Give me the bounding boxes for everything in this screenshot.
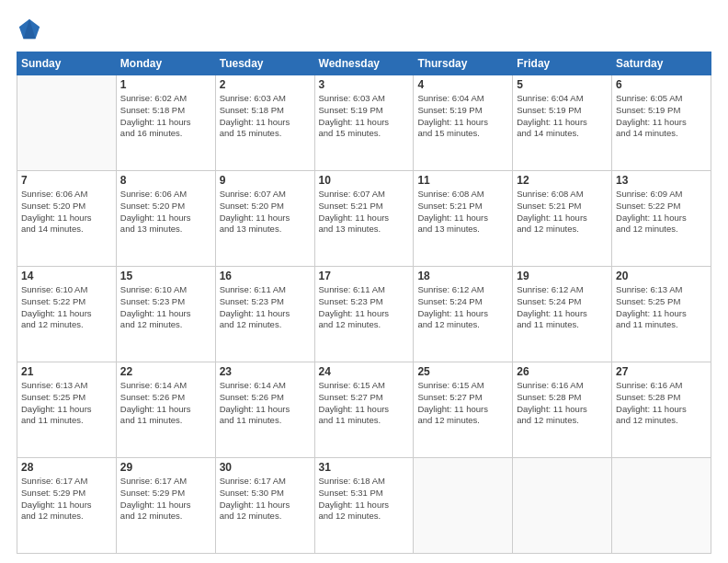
weekday-header-friday: Friday xyxy=(513,52,612,75)
calendar-cell: 29Sunrise: 6:17 AM Sunset: 5:29 PM Dayli… xyxy=(116,458,215,554)
calendar-cell xyxy=(513,458,612,554)
calendar-cell: 31Sunrise: 6:18 AM Sunset: 5:31 PM Dayli… xyxy=(314,458,414,554)
day-info: Sunrise: 6:14 AM Sunset: 5:26 PM Dayligh… xyxy=(220,380,311,427)
day-info: Sunrise: 6:08 AM Sunset: 5:21 PM Dayligh… xyxy=(417,189,508,236)
day-info: Sunrise: 6:12 AM Sunset: 5:24 PM Dayligh… xyxy=(517,284,608,331)
day-info: Sunrise: 6:06 AM Sunset: 5:20 PM Dayligh… xyxy=(21,189,112,236)
day-number: 11 xyxy=(417,174,508,187)
day-number: 20 xyxy=(616,270,707,282)
day-number: 29 xyxy=(120,461,211,474)
day-number: 9 xyxy=(220,174,311,187)
day-info: Sunrise: 6:15 AM Sunset: 5:27 PM Dayligh… xyxy=(417,380,508,427)
day-info: Sunrise: 6:07 AM Sunset: 5:21 PM Dayligh… xyxy=(319,189,410,236)
calendar-cell: 16Sunrise: 6:11 AM Sunset: 5:23 PM Dayli… xyxy=(215,267,314,362)
day-info: Sunrise: 6:10 AM Sunset: 5:23 PM Dayligh… xyxy=(120,284,211,331)
day-number: 12 xyxy=(517,174,608,187)
day-info: Sunrise: 6:04 AM Sunset: 5:19 PM Dayligh… xyxy=(517,93,608,140)
day-number: 28 xyxy=(21,461,112,474)
calendar-cell: 17Sunrise: 6:11 AM Sunset: 5:23 PM Dayli… xyxy=(314,267,414,362)
day-info: Sunrise: 6:03 AM Sunset: 5:19 PM Dayligh… xyxy=(319,93,410,140)
calendar-week-row: 1Sunrise: 6:02 AM Sunset: 5:18 PM Daylig… xyxy=(17,75,711,171)
calendar-table: SundayMondayTuesdayWednesdayThursdayFrid… xyxy=(17,52,711,554)
calendar-cell: 14Sunrise: 6:10 AM Sunset: 5:22 PM Dayli… xyxy=(17,267,117,362)
day-number: 18 xyxy=(417,270,508,282)
calendar-cell xyxy=(612,458,711,554)
day-number: 4 xyxy=(417,78,508,91)
calendar-cell: 12Sunrise: 6:08 AM Sunset: 5:21 PM Dayli… xyxy=(513,171,612,267)
calendar-cell xyxy=(414,458,513,554)
day-number: 24 xyxy=(319,365,410,378)
calendar-week-row: 7Sunrise: 6:06 AM Sunset: 5:20 PM Daylig… xyxy=(17,171,711,267)
calendar-week-row: 21Sunrise: 6:13 AM Sunset: 5:25 PM Dayli… xyxy=(17,362,711,458)
day-info: Sunrise: 6:14 AM Sunset: 5:26 PM Dayligh… xyxy=(120,380,211,427)
day-info: Sunrise: 6:12 AM Sunset: 5:24 PM Dayligh… xyxy=(417,284,508,331)
day-info: Sunrise: 6:05 AM Sunset: 5:19 PM Dayligh… xyxy=(616,93,707,140)
page-header xyxy=(17,17,711,42)
day-number: 8 xyxy=(120,174,211,187)
day-info: Sunrise: 6:03 AM Sunset: 5:18 PM Dayligh… xyxy=(220,93,311,140)
weekday-header-thursday: Thursday xyxy=(414,52,513,75)
day-info: Sunrise: 6:16 AM Sunset: 5:28 PM Dayligh… xyxy=(517,380,608,427)
calendar-cell: 20Sunrise: 6:13 AM Sunset: 5:25 PM Dayli… xyxy=(612,267,711,362)
day-number: 22 xyxy=(120,365,211,378)
day-info: Sunrise: 6:09 AM Sunset: 5:22 PM Dayligh… xyxy=(616,189,707,236)
weekday-header-saturday: Saturday xyxy=(612,52,711,75)
day-number: 10 xyxy=(319,174,410,187)
day-number: 1 xyxy=(120,78,211,91)
day-info: Sunrise: 6:11 AM Sunset: 5:23 PM Dayligh… xyxy=(220,284,311,331)
weekday-header-wednesday: Wednesday xyxy=(314,52,414,75)
day-number: 21 xyxy=(21,365,112,378)
day-number: 27 xyxy=(616,365,707,378)
weekday-header-sunday: Sunday xyxy=(17,52,117,75)
calendar-cell: 21Sunrise: 6:13 AM Sunset: 5:25 PM Dayli… xyxy=(17,362,117,458)
calendar-cell: 30Sunrise: 6:17 AM Sunset: 5:30 PM Dayli… xyxy=(215,458,314,554)
day-number: 13 xyxy=(616,174,707,187)
calendar-cell: 8Sunrise: 6:06 AM Sunset: 5:20 PM Daylig… xyxy=(116,171,215,267)
calendar-cell: 27Sunrise: 6:16 AM Sunset: 5:28 PM Dayli… xyxy=(612,362,711,458)
day-info: Sunrise: 6:10 AM Sunset: 5:22 PM Dayligh… xyxy=(21,284,112,331)
day-number: 5 xyxy=(517,78,608,91)
day-info: Sunrise: 6:15 AM Sunset: 5:27 PM Dayligh… xyxy=(319,380,410,427)
day-number: 16 xyxy=(220,270,311,282)
calendar-cell: 19Sunrise: 6:12 AM Sunset: 5:24 PM Dayli… xyxy=(513,267,612,362)
calendar-week-row: 14Sunrise: 6:10 AM Sunset: 5:22 PM Dayli… xyxy=(17,267,711,362)
day-info: Sunrise: 6:07 AM Sunset: 5:20 PM Dayligh… xyxy=(220,189,311,236)
weekday-header-monday: Monday xyxy=(116,52,215,75)
day-info: Sunrise: 6:08 AM Sunset: 5:21 PM Dayligh… xyxy=(517,189,608,236)
day-info: Sunrise: 6:17 AM Sunset: 5:30 PM Dayligh… xyxy=(220,476,311,523)
day-info: Sunrise: 6:06 AM Sunset: 5:20 PM Dayligh… xyxy=(120,189,211,236)
calendar-cell: 18Sunrise: 6:12 AM Sunset: 5:24 PM Dayli… xyxy=(414,267,513,362)
day-number: 30 xyxy=(220,461,311,474)
calendar-cell: 3Sunrise: 6:03 AM Sunset: 5:19 PM Daylig… xyxy=(314,75,414,171)
day-info: Sunrise: 6:13 AM Sunset: 5:25 PM Dayligh… xyxy=(616,284,707,331)
day-info: Sunrise: 6:18 AM Sunset: 5:31 PM Dayligh… xyxy=(319,476,410,523)
day-number: 19 xyxy=(517,270,608,282)
calendar-week-row: 28Sunrise: 6:17 AM Sunset: 5:29 PM Dayli… xyxy=(17,458,711,554)
day-number: 7 xyxy=(21,174,112,187)
calendar-cell xyxy=(17,75,117,171)
calendar-cell: 4Sunrise: 6:04 AM Sunset: 5:19 PM Daylig… xyxy=(414,75,513,171)
calendar-cell: 15Sunrise: 6:10 AM Sunset: 5:23 PM Dayli… xyxy=(116,267,215,362)
calendar-cell: 23Sunrise: 6:14 AM Sunset: 5:26 PM Dayli… xyxy=(215,362,314,458)
day-number: 17 xyxy=(319,270,410,282)
day-number: 6 xyxy=(616,78,707,91)
calendar-page: SundayMondayTuesdayWednesdayThursdayFrid… xyxy=(0,0,728,563)
calendar-cell: 26Sunrise: 6:16 AM Sunset: 5:28 PM Dayli… xyxy=(513,362,612,458)
calendar-cell: 10Sunrise: 6:07 AM Sunset: 5:21 PM Dayli… xyxy=(314,171,414,267)
logo-icon xyxy=(17,17,42,42)
day-info: Sunrise: 6:17 AM Sunset: 5:29 PM Dayligh… xyxy=(21,476,112,523)
day-number: 2 xyxy=(220,78,311,91)
calendar-cell: 28Sunrise: 6:17 AM Sunset: 5:29 PM Dayli… xyxy=(17,458,117,554)
day-info: Sunrise: 6:04 AM Sunset: 5:19 PM Dayligh… xyxy=(417,93,508,140)
day-info: Sunrise: 6:13 AM Sunset: 5:25 PM Dayligh… xyxy=(21,380,112,427)
day-number: 23 xyxy=(220,365,311,378)
calendar-cell: 7Sunrise: 6:06 AM Sunset: 5:20 PM Daylig… xyxy=(17,171,117,267)
day-number: 14 xyxy=(21,270,112,282)
weekday-header-tuesday: Tuesday xyxy=(215,52,314,75)
day-number: 25 xyxy=(417,365,508,378)
calendar-header: SundayMondayTuesdayWednesdayThursdayFrid… xyxy=(17,52,711,75)
calendar-cell: 11Sunrise: 6:08 AM Sunset: 5:21 PM Dayli… xyxy=(414,171,513,267)
calendar-cell: 24Sunrise: 6:15 AM Sunset: 5:27 PM Dayli… xyxy=(314,362,414,458)
day-number: 15 xyxy=(120,270,211,282)
day-number: 31 xyxy=(319,461,410,474)
